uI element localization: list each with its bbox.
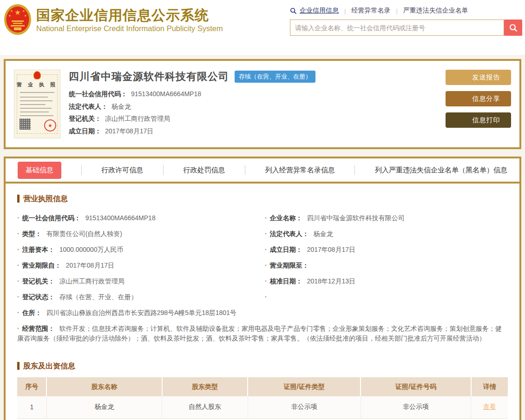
table-header-cell: 股东名称 [46, 377, 162, 396]
tab-serious-illegal-blacklist[interactable]: 列入严重违法失信企业名单（黑名单）信息 [375, 166, 507, 175]
table-cell-cert-no: 非公示项 [361, 396, 471, 418]
summary-row: 成立日期：2017年08月17日 [69, 125, 446, 138]
search-button[interactable] [504, 20, 522, 36]
field-row: 营业期限自：2017年08月17日 [17, 257, 260, 273]
nav-link-enterprise-credit[interactable]: 企业信用信息 [300, 7, 339, 15]
field-value: 有限责任公司(自然人独资) [46, 230, 122, 237]
national-emblem-icon: ★ ★ ★ ★ ★ [4, 4, 32, 35]
field-row: 登记状态：存续（在营、开业、在册） [17, 289, 260, 305]
field-row-business-scope: 经营范围：软件开发；信息技术咨询服务；计算机、软件及辅助设备批发；家用电器及电子… [17, 321, 508, 346]
license-text-line [20, 108, 52, 109]
tab-separator [163, 165, 164, 175]
license-text-line [20, 104, 46, 105]
site-title: 国家企业信用信息公示系统 [36, 7, 223, 23]
share-info-button[interactable]: 信息分享 [446, 91, 511, 106]
nav-separator: | [396, 7, 397, 14]
table-header-row: 序号 股东名称 股东类型 证照/证件类型 证照/证件号码 详情 [17, 377, 508, 396]
tab-basic-info[interactable]: 基础信息 [18, 162, 61, 179]
company-name: 四川省中瑞金源软件科技有限公司 [69, 70, 229, 84]
table-header-cell: 证照/证件类型 [248, 377, 361, 396]
field-label: 经营范围： [22, 325, 55, 332]
search-input[interactable] [290, 20, 504, 36]
field-row: 法定代表人：杨金龙 [265, 226, 508, 242]
field-label: 企业名称： [270, 214, 302, 222]
nav-separator: | [344, 7, 346, 14]
table-cell-name: 杨金龙 [46, 396, 162, 418]
license-emblem-icon [33, 71, 41, 79]
license-text-line [20, 115, 53, 116]
summary-row: 登记机关：凉山州工商行政管理局 [69, 112, 446, 125]
field-value: 软件开发；信息技术咨询服务；计算机、软件及辅助设备批发；家用电器及电子产品专门零… [17, 325, 502, 342]
tab-separator [245, 165, 245, 175]
svg-text:★: ★ [8, 14, 11, 17]
field-value: 91513400MA6664MP18 [85, 214, 156, 222]
detail-card: 基础信息 行政许可信息 行政处罚信息 列入经营异常名录信息 列入严重违法失信企业… [4, 157, 521, 420]
summary-row: 统一社会信用代码：91513400MA6664MP18 [69, 88, 446, 100]
field-label: 统一社会信用代码： [22, 214, 81, 222]
table-header-cell: 序号 [17, 377, 46, 396]
tab-administrative-penalty[interactable]: 行政处罚信息 [184, 166, 225, 175]
table-cell-cert-type: 非公示项 [248, 396, 361, 418]
field-value: 存续（在营、开业、在册） [59, 293, 138, 301]
license-text-line [20, 92, 54, 93]
field-label: 核准日期： [270, 277, 302, 285]
field-value: 四川省中瑞金源软件科技有限公司 [307, 214, 405, 222]
field-label: 登记状态： [22, 293, 55, 301]
field-row: 类型：有限责任公司(自然人独资) [17, 226, 260, 242]
nav-link-abnormal-list[interactable]: 经营异常名录 [351, 7, 390, 15]
field-row [265, 289, 508, 305]
field-label: 登记机关： [22, 277, 55, 285]
field-label: 类型： [22, 230, 42, 237]
license-qr-code [20, 118, 31, 130]
search-button-icon [509, 23, 518, 33]
license-red-seal: ★ [44, 119, 56, 131]
field-row: 统一社会信用代码：91513400MA6664MP18 [17, 210, 260, 226]
table-cell-seq: 1 [17, 396, 46, 418]
field-value: 四川省凉山彝族自治州西昌市长安西路298号A幢5单元18层1801号 [46, 309, 236, 316]
field-row: 核准日期：2018年12月13日 [265, 273, 508, 289]
detail-body: 营业执照信息 统一社会信用代码：91513400MA6664MP18 企业名称：… [6, 184, 519, 420]
field-row: 注册资本：1000.000000万人民币 [17, 242, 260, 257]
field-label: 法定代表人： [270, 230, 309, 237]
print-info-button[interactable]: 信息打印 [446, 112, 511, 128]
tab-abnormal-operation-list[interactable]: 列入经营异常名录信息 [265, 166, 335, 175]
site-subtitle: National Enterprise Credit Information P… [36, 24, 223, 33]
summary-value: 杨金龙 [112, 103, 131, 110]
section-title-shareholders: 股东及出资信息 [17, 362, 508, 370]
svg-text:★: ★ [10, 9, 13, 13]
table-cell-type: 自然人股东 [162, 396, 248, 418]
tab-administrative-license[interactable]: 行政许可信息 [101, 166, 143, 175]
business-license-thumbnail[interactable]: 营 业 执 照 ★ [14, 70, 60, 138]
summary-label: 登记机关： [69, 115, 101, 122]
tabs-bar: 基础信息 行政许可信息 行政处罚信息 列入经营异常名录信息 列入严重违法失信企业… [6, 158, 519, 182]
license-title: 营 业 执 照 [14, 81, 60, 88]
company-card: 营 业 执 照 ★ 四川省中瑞金源软件科技有限公司 存续（在营、开业、在册） 统… [4, 59, 521, 149]
table-header-cell: 股东类型 [162, 377, 248, 396]
license-fields: 统一社会信用代码：91513400MA6664MP18 企业名称：四川省中瑞金源… [17, 210, 508, 346]
field-label: 营业期限自： [22, 262, 61, 269]
company-info: 四川省中瑞金源软件科技有限公司 存续（在营、开业、在册） 统一社会信用代码：91… [69, 70, 446, 138]
site-brand: ★ ★ ★ ★ ★ 国家企业信用信息公示系统 National Enterpri… [4, 4, 223, 35]
search-bar [290, 20, 522, 36]
summary-row: 法定代表人：杨金龙 [69, 100, 446, 113]
view-detail-link[interactable]: 查看 [483, 403, 496, 410]
summary-label: 统一社会信用代码： [69, 90, 127, 98]
field-value: 杨金龙 [314, 230, 333, 237]
send-report-button[interactable]: 发送报告 [446, 70, 511, 85]
top-nav: 企业信用信息 | 经营异常名录 | 严重违法失信企业名单 [290, 7, 522, 15]
field-label: 营业期限至： [270, 262, 309, 269]
field-row: 企业名称：四川省中瑞金源软件科技有限公司 [265, 210, 508, 226]
tab-separator [81, 165, 82, 175]
svg-text:★: ★ [14, 8, 20, 16]
field-row: 成立日期：2017年08月17日 [265, 242, 508, 257]
summary-value: 凉山州工商行政管理局 [105, 115, 170, 122]
field-row: 营业期限至： [265, 257, 508, 273]
nav-link-illegal-list[interactable]: 严重违法失信企业名单 [403, 7, 468, 15]
site-header: ★ ★ ★ ★ ★ 国家企业信用信息公示系统 National Enterpri… [0, 0, 525, 55]
license-text-line [20, 97, 48, 98]
header-right: 企业信用信息 | 经营异常名录 | 严重违法失信企业名单 [290, 7, 522, 36]
table-cell-detail: 查看 [471, 396, 508, 418]
summary-label: 法定代表人： [69, 103, 108, 110]
field-value: 2018年12月13日 [307, 277, 355, 285]
brand-text: 国家企业信用信息公示系统 National Enterprise Credit … [36, 4, 223, 33]
